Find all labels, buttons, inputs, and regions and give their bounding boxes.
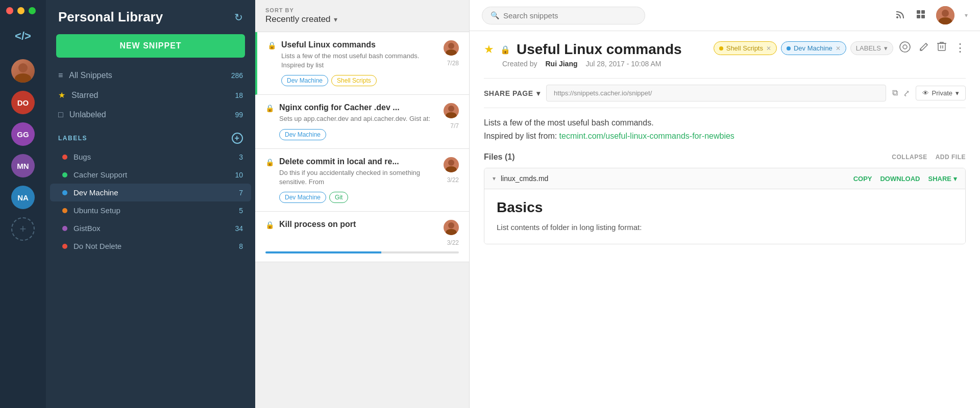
label-item-dev-machine[interactable]: Dev Machine 7	[50, 184, 251, 201]
labels-header: LABELS +	[46, 124, 255, 148]
detail-title: Useful Linux commands	[517, 41, 682, 58]
file-name-row: ▾ linux_cmds.md	[493, 174, 548, 183]
refresh-button[interactable]: ↻	[234, 11, 243, 23]
tag-dev-machine-2: Dev Machine	[279, 129, 326, 140]
tag-shell-scripts-1: Shell Scripts	[331, 75, 377, 86]
share-page-button[interactable]: SHARE PAGE ▾	[484, 89, 540, 97]
share-url: https://snippets.cacher.io/snippet/	[546, 85, 886, 101]
all-snippets-label: All Snippets	[69, 71, 112, 80]
sidebar-item-unlabeled[interactable]: □ Unlabeled 99	[50, 105, 251, 124]
snippet-list-panel: SORT BY Recently created ▾ 🔒 Useful Linu…	[255, 0, 470, 408]
labels-add-button[interactable]: LABELS ▾	[850, 41, 893, 55]
sidebar-item-starred[interactable]: ★ Starred 18	[50, 85, 251, 105]
label-item-bugs[interactable]: Bugs 3	[50, 148, 251, 166]
label-dev-machine[interactable]: Dev Machine ✕	[781, 41, 846, 55]
snippet-avatar-2	[444, 103, 459, 118]
label-name-dev-machine: Dev Machine	[74, 188, 118, 197]
file-copy-button[interactable]: COPY	[853, 175, 872, 183]
avatar-na[interactable]: NA	[11, 186, 35, 209]
snippet-title-4: Kill process on port	[279, 220, 356, 229]
svg-point-5	[446, 112, 457, 118]
starred-count: 18	[235, 91, 243, 99]
detail-desc-link[interactable]: tecmint.com/useful-linux-commands-for-ne…	[559, 132, 734, 140]
svg-point-16	[942, 10, 949, 17]
progress-bar-4	[265, 251, 459, 253]
svg-point-10	[896, 16, 898, 18]
header-icons: ▾	[895, 6, 968, 24]
traffic-light-green[interactable]	[29, 7, 36, 14]
delete-action-icon[interactable]	[937, 41, 946, 55]
label-count-dev-machine: 7	[239, 189, 243, 197]
main-header: 🔍	[470, 0, 980, 31]
traffic-light-red[interactable]	[6, 7, 13, 14]
detail-description: Lists a few of the most useful bash comm…	[484, 116, 966, 142]
labels-title: LABELS	[58, 135, 87, 142]
label-item-do-not-delete[interactable]: Do Not Delete 8	[50, 237, 251, 255]
svg-rect-14	[921, 15, 925, 18]
labels-list: Bugs 3 Cacher Support 10 Dev Machine 7 U…	[46, 148, 255, 255]
label-dot-do-not-delete	[62, 244, 67, 249]
snippet-desc-2: Sets up app.cacher.dev and api.cacher.de…	[279, 114, 430, 123]
label-dev-machine-remove[interactable]: ✕	[836, 45, 841, 52]
snippet-desc-3: Do this if you accidentally checked in s…	[279, 168, 439, 187]
add-org-button[interactable]: +	[11, 217, 35, 241]
sort-label: SORT BY	[265, 7, 459, 13]
private-chevron-icon: ▾	[955, 89, 959, 97]
open-url-icon[interactable]: ⤤	[903, 88, 910, 98]
copy-url-icon[interactable]: ⧉	[892, 88, 898, 98]
svg-rect-20	[938, 43, 945, 50]
add-label-button[interactable]: +	[232, 133, 243, 144]
grid-icon[interactable]	[916, 9, 926, 22]
dropdown-chevron-icon[interactable]: ▾	[965, 12, 968, 19]
created-by-label: Created by	[502, 60, 537, 68]
label-name-ubuntu-setup: Ubuntu Setup	[74, 206, 120, 215]
sort-select[interactable]: Recently created ▾	[265, 14, 459, 24]
star-button[interactable]: ★	[484, 43, 494, 56]
more-action-icon[interactable]: ⋮	[954, 41, 966, 55]
file-share-label: SHARE	[928, 175, 951, 183]
collapse-button[interactable]: COLLAPSE	[892, 154, 927, 161]
snippet-item-delete-commit[interactable]: 🔒 Delete commit in local and re... Do th…	[255, 149, 469, 212]
snippet-date-3: 3/22	[447, 176, 459, 184]
avatar-mn[interactable]: MN	[11, 154, 35, 177]
label-shell-scripts-text: Shell Scripts	[726, 44, 763, 52]
snippet-detail: ★ 🔒 Useful Linux commands Created by Rui…	[470, 31, 980, 408]
new-snippet-button[interactable]: NEW SNIPPET	[56, 34, 245, 58]
label-item-cacher-support[interactable]: Cacher Support 10	[50, 166, 251, 184]
all-snippets-count: 286	[231, 71, 243, 80]
label-count-gistbox: 34	[235, 224, 243, 233]
search-input[interactable]	[503, 11, 636, 20]
svg-point-6	[448, 160, 454, 166]
detail-lock-icon: 🔒	[500, 45, 510, 55]
label-item-ubuntu-setup[interactable]: Ubuntu Setup 5	[50, 201, 251, 219]
snippet-item-kill-process[interactable]: 🔒 Kill process on port 3/22	[255, 212, 469, 262]
avatar-do[interactable]: DO	[11, 91, 35, 114]
avatar-main[interactable]	[11, 59, 35, 83]
file-share-button[interactable]: SHARE ▾	[928, 175, 957, 183]
rss-icon[interactable]	[895, 9, 905, 22]
snippet-tags-2: Dev Machine	[279, 129, 430, 140]
sidebar-item-all-snippets[interactable]: ≡ All Snippets 286	[50, 66, 251, 85]
lock-icon-3: 🔒	[265, 158, 274, 166]
label-shell-scripts[interactable]: Shell Scripts ✕	[714, 41, 777, 55]
detail-title-row: ★ 🔒 Useful Linux commands	[484, 41, 682, 58]
avatar-gg[interactable]: GG	[11, 122, 35, 146]
github-action-icon[interactable]	[899, 41, 911, 55]
snippet-item-useful-linux[interactable]: 🔒 Useful Linux commands Lists a few of t…	[255, 32, 469, 95]
file-chevron-icon[interactable]: ▾	[493, 175, 496, 182]
file-download-button[interactable]: DOWNLOAD	[880, 175, 920, 183]
edit-action-icon[interactable]	[919, 41, 929, 55]
add-file-button[interactable]: ADD FILE	[936, 154, 966, 161]
label-item-gistbox[interactable]: GistBox 34	[50, 219, 251, 237]
label-name-bugs: Bugs	[74, 152, 91, 161]
private-button[interactable]: 👁 Private ▾	[916, 86, 966, 100]
app-logo: </>	[9, 26, 37, 47]
search-bar[interactable]: 🔍	[482, 7, 645, 24]
label-shell-scripts-remove[interactable]: ✕	[766, 45, 771, 52]
snippet-avatar-1	[444, 40, 459, 56]
sort-chevron-icon: ▾	[334, 15, 337, 23]
svg-point-1	[15, 73, 31, 83]
traffic-light-yellow[interactable]	[17, 7, 24, 14]
user-avatar-header[interactable]	[936, 6, 954, 24]
snippet-item-nginx[interactable]: 🔒 Nginx config for Cacher .dev ... Sets …	[255, 95, 469, 148]
